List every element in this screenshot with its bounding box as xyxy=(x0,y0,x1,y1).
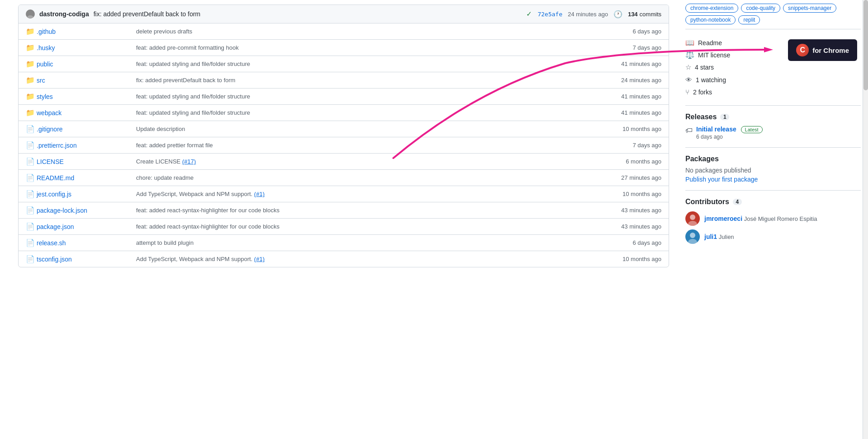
commit-author[interactable]: dastrong-codiga xyxy=(39,10,89,18)
file-time: 7 days ago xyxy=(589,44,661,51)
avatar xyxy=(685,211,700,226)
file-commit-message: Create LICENSE (#17) xyxy=(127,158,589,165)
watching-stat[interactable]: 👁 1 watching xyxy=(685,74,861,86)
file-name[interactable]: .prettierrc.json xyxy=(37,142,127,149)
file-time: 6 months ago xyxy=(589,158,661,165)
contributors-count: 4 xyxy=(733,199,742,205)
contributors-list: jmromeroeci José Miguel Romero Espitiaju… xyxy=(685,211,861,244)
table-row: 📁.huskyfeat: added pre-commit formatting… xyxy=(19,40,669,56)
packages-none: No packages published xyxy=(685,167,861,174)
commit-link[interactable]: (#17) xyxy=(182,158,196,165)
folder-icon: 📁 xyxy=(26,108,37,117)
contributor-username[interactable]: juli1 xyxy=(704,233,717,240)
file-name[interactable]: webpack xyxy=(37,109,127,117)
file-icon: 📄 xyxy=(26,173,37,182)
contributor-username[interactable]: jmromeroeci xyxy=(704,215,742,222)
scale-icon: ⚖️ xyxy=(685,51,694,59)
release-name[interactable]: Initial release xyxy=(696,126,736,133)
file-name[interactable]: package.json xyxy=(37,223,127,230)
file-time: 6 days ago xyxy=(589,28,661,35)
tag-icon: 🏷 xyxy=(685,126,693,135)
contributor-fullname: Julien xyxy=(717,234,734,240)
file-time: 6 days ago xyxy=(589,239,661,246)
table-row: 📄release.shattempt to build plugin6 days… xyxy=(19,235,669,251)
release-item: 🏷 Initial release Latest 6 days ago xyxy=(685,126,861,140)
chrome-logo-icon: C xyxy=(796,44,809,56)
svg-point-0 xyxy=(28,11,32,15)
contributor-info: jmromeroeci José Miguel Romero Espitia xyxy=(704,215,817,222)
file-time: 10 months ago xyxy=(589,191,661,197)
file-commit-message: chore: update readme xyxy=(127,174,589,181)
folder-icon: 📁 xyxy=(26,27,37,36)
file-name[interactable]: jest.config.js xyxy=(37,191,127,198)
chrome-extension-button[interactable]: C for Chrome xyxy=(788,39,857,61)
publish-package-link[interactable]: Publish your first package xyxy=(685,176,861,183)
file-name[interactable]: tsconfig.json xyxy=(37,256,127,263)
file-name[interactable]: src xyxy=(37,77,127,84)
table-row: 📄package-lock.jsonfeat: added react-synt… xyxy=(19,202,669,219)
file-commit-message: feat: updated styling and file/folder st… xyxy=(127,61,589,67)
commit-header-row: dastrong-codiga fix: added preventDefaul… xyxy=(19,5,669,23)
commits-count[interactable]: 134 commits xyxy=(628,11,661,18)
file-name[interactable]: .github xyxy=(37,28,127,35)
packages-section: Packages No packages published Publish y… xyxy=(685,147,861,190)
file-name[interactable]: .husky xyxy=(37,44,127,51)
forks-label: 2 forks xyxy=(693,89,712,96)
table-row: 📄package.jsonfeat: added react-syntax-hi… xyxy=(19,219,669,235)
eye-icon: 👁 xyxy=(685,76,692,84)
table-row: 📄tsconfig.jsonAdd TypeScript, Webpack an… xyxy=(19,251,669,267)
commit-hash[interactable]: 72e5afe xyxy=(538,11,562,18)
license-label: MIT license xyxy=(698,51,730,59)
file-icon: 📄 xyxy=(26,222,37,231)
sidebar: chrome-extensioncode-qualitysnippets-man… xyxy=(678,0,868,439)
packages-title: Packages xyxy=(685,155,861,163)
tag-badge[interactable]: code-quality xyxy=(741,4,780,13)
release-details: Initial release Latest 6 days ago xyxy=(696,126,763,140)
check-icon: ✓ xyxy=(526,10,532,18)
forks-stat[interactable]: ⑂ 2 forks xyxy=(685,86,861,98)
file-time: 27 minutes ago xyxy=(589,174,661,181)
file-commit-message: fix: added preventDefault back to form xyxy=(127,77,589,84)
watching-label: 1 watching xyxy=(696,76,726,84)
scrollbar-thumb[interactable] xyxy=(863,0,868,90)
file-name[interactable]: README.md xyxy=(37,174,127,182)
folder-icon: 📁 xyxy=(26,92,37,101)
contributor-info: juli1 Julien xyxy=(704,233,734,240)
file-time: 41 minutes ago xyxy=(589,93,661,100)
file-name[interactable]: package-lock.json xyxy=(37,207,127,214)
file-time: 24 minutes ago xyxy=(589,77,661,84)
tags-row: chrome-extensioncode-qualitysnippets-man… xyxy=(685,0,861,24)
tag-badge[interactable]: python-notebook xyxy=(685,15,736,24)
contributors-section: Contributors 4 jmromeroeci José Miguel R… xyxy=(685,190,861,255)
file-name[interactable]: release.sh xyxy=(37,239,127,247)
tag-badge[interactable]: replit xyxy=(738,15,760,24)
book-icon: 📖 xyxy=(685,38,694,47)
file-name[interactable]: public xyxy=(37,61,127,68)
table-row: 📁stylesfeat: updated styling and file/fo… xyxy=(19,89,669,105)
scrollbar-track[interactable] xyxy=(863,0,868,439)
file-commit-message: feat: updated styling and file/folder st… xyxy=(127,109,589,116)
file-time: 10 months ago xyxy=(589,126,661,132)
file-name[interactable]: styles xyxy=(37,93,127,100)
tag-badge[interactable]: snippets-manager xyxy=(783,4,836,13)
file-time: 41 minutes ago xyxy=(589,109,661,116)
file-name[interactable]: .gitignore xyxy=(37,126,127,133)
file-icon: 📄 xyxy=(26,125,37,133)
table-row: 📄.gitignoreUpdate description10 months a… xyxy=(19,121,669,137)
file-commit-message: feat: added react-syntax-highlighter for… xyxy=(127,223,589,230)
file-icon: 📄 xyxy=(26,255,37,263)
chrome-button-label: for Chrome xyxy=(812,47,849,54)
svg-point-4 xyxy=(690,233,695,238)
tag-badge[interactable]: chrome-extension xyxy=(685,4,738,13)
commit-meta: ✓ 72e5afe 24 minutes ago 🕐 134 commits xyxy=(526,10,661,19)
file-name[interactable]: LICENSE xyxy=(37,158,127,165)
avatar xyxy=(685,229,700,244)
stars-stat[interactable]: ☆ 4 stars xyxy=(685,61,861,74)
stars-label: 4 stars xyxy=(695,64,714,71)
file-icon: 📄 xyxy=(26,190,37,198)
commit-link[interactable]: (#1) xyxy=(254,256,264,262)
file-time: 10 months ago xyxy=(589,256,661,262)
commit-link[interactable]: (#1) xyxy=(254,191,264,197)
releases-section: Releases 1 🏷 Initial release Latest 6 da… xyxy=(685,105,861,147)
readme-label: Readme xyxy=(698,39,722,47)
